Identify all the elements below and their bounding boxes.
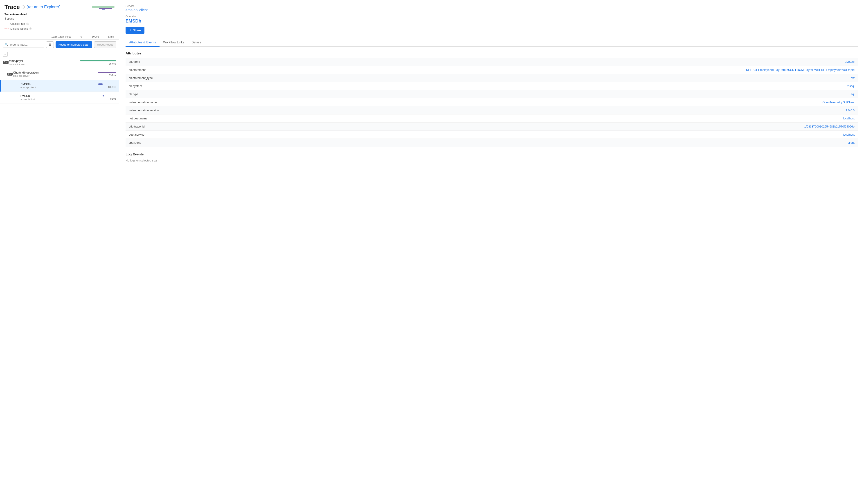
log-events-title: Log Events	[125, 152, 858, 156]
table-row: span.kind client	[125, 139, 858, 147]
span-duration-root: 757ms	[109, 62, 116, 65]
expander-badge-3[interactable]: 3 ⌄	[3, 61, 9, 64]
attr-value: OpenTelemetry.SqlClient	[345, 98, 858, 106]
attr-key: otlp.trace_id	[125, 123, 345, 131]
table-row: otlp.trace_id 1f08387000102554581b2c570f…	[125, 123, 858, 131]
attr-key: db.name	[125, 58, 345, 66]
tab-details[interactable]: Details	[188, 38, 205, 47]
missing-spans-help: ⓘ	[29, 27, 32, 31]
span-row-emsdb1[interactable]: EMSDb ems-api client 89.3ms	[0, 80, 119, 92]
table-row: db.statement SELECT EmployeeId,PayRateIn…	[125, 66, 858, 74]
missing-spans-label: Missing Spans	[10, 27, 28, 31]
attr-value: SELECT EmployeeId,PayRateInUSD FROM Payr…	[345, 66, 858, 74]
trace-meta: Trace Assembled 4 spans Critical Path ⓘ …	[4, 12, 61, 31]
span-expander-root[interactable]: 3 ⌄	[3, 61, 9, 64]
chevron-down-icon: ⌄	[6, 61, 8, 63]
trace-assembled-label: Trace Assembled	[4, 12, 61, 17]
span-duration-chatty: 637ms	[109, 74, 116, 77]
attr-value: mssql	[345, 82, 858, 90]
trace-help-icon[interactable]: ⓘ	[22, 5, 25, 9]
svg-rect-2	[102, 10, 105, 10]
span-name-root: /ems/pay/1	[9, 59, 80, 62]
timeline-start: 12:55:13am 03/19	[51, 35, 71, 38]
span-duration-emsdb1: 89.3ms	[108, 86, 116, 88]
critical-path-legend: Critical Path ⓘ	[4, 22, 61, 26]
expander-badge-2[interactable]: 2 ⌄	[7, 73, 13, 76]
spans-container: − 3 ⌄ /ems/pay/1 ems-api server 757ms	[0, 50, 119, 504]
timeline-mark-757: 757ms	[106, 35, 115, 38]
attr-value: Text	[345, 74, 858, 82]
span-info-chatty: Chatty db operation ems-api server	[13, 71, 80, 77]
attr-value: localhost	[345, 131, 858, 139]
attributes-table: db.name EMSDb db.statement SELECT Employ…	[125, 58, 858, 147]
share-icon: ⇧	[129, 28, 132, 32]
span-service-emsdb2: ems-api client	[20, 98, 80, 100]
timeline-mark-0: 0	[77, 35, 86, 38]
toolbar: 🔍 ☷ Focus on selected span Reset Focus	[0, 40, 119, 50]
span-bar-wrap-chatty	[80, 71, 116, 74]
span-bar-wrap-emsdb1	[80, 83, 116, 85]
span-timeline-emsdb2: 7.85ms	[80, 95, 116, 100]
span-timeline-root: 757ms	[80, 60, 116, 65]
svg-rect-1	[99, 8, 112, 9]
service-label: Service	[125, 4, 858, 8]
svg-rect-0	[92, 6, 115, 8]
tab-attributes-events[interactable]: Attributes & Events	[125, 38, 159, 47]
attr-value: 1f08387000102554581b2c570f64056e	[345, 123, 858, 131]
left-panel: Trace ⓘ (return to Explorer) Trace Assem…	[0, 0, 119, 504]
span-bar-wrap-root	[80, 60, 116, 62]
span-service-root: ems-api server	[9, 63, 80, 65]
timeline-header: 12:55:13am 03/19 0 300ms 757ms	[0, 34, 119, 40]
span-info-emsdb2: EMSDb ems-api client	[20, 94, 80, 100]
timeline-mark-300: 300ms	[91, 35, 100, 38]
critical-path-help: ⓘ	[26, 22, 29, 26]
table-row: db.system mssql	[125, 82, 858, 90]
table-row: db.name EMSDb	[125, 58, 858, 66]
attr-key: db.statement_type	[125, 74, 345, 82]
span-bar-emsdb2	[103, 95, 104, 97]
span-row-root[interactable]: 3 ⌄ /ems/pay/1 ems-api server 757ms	[0, 57, 119, 69]
share-button[interactable]: ⇧ Share	[125, 27, 144, 34]
attr-value: EMSDb	[345, 58, 858, 66]
table-row: peer.service localhost	[125, 131, 858, 139]
tab-workflow-links[interactable]: Workflow Links	[159, 38, 188, 47]
mini-chart-svg	[92, 4, 115, 13]
return-to-explorer-link[interactable]: (return to Explorer)	[26, 5, 61, 10]
attr-key: db.statement	[125, 66, 345, 74]
critical-path-label: Critical Path	[10, 22, 25, 26]
attr-key: span.kind	[125, 139, 345, 147]
attr-key: db.system	[125, 82, 345, 90]
trace-heading: Trace	[4, 4, 20, 11]
trace-title-row: Trace ⓘ (return to Explorer)	[4, 4, 61, 11]
spans-count: 4 spans	[4, 17, 61, 21]
span-info-root: /ems/pay/1 ems-api server	[9, 59, 80, 65]
chevron-down-icon: ⌄	[10, 73, 12, 75]
reset-focus-button[interactable]: Reset Focus	[94, 41, 116, 48]
filter-button[interactable]: ☷	[46, 41, 54, 48]
attr-value: 1.0.0.0	[345, 106, 858, 114]
span-row-emsdb2[interactable]: EMSDb ems-api client 7.85ms	[0, 92, 119, 103]
span-name-chatty: Chatty db operation	[13, 71, 80, 74]
share-label: Share	[133, 28, 141, 32]
operation-label: Operation	[125, 15, 858, 18]
span-service-emsdb1: ems-api client	[21, 86, 80, 89]
search-input[interactable]	[10, 43, 42, 46]
operation-value: EMSDb	[125, 19, 858, 24]
table-row: net.peer.name localhost	[125, 114, 858, 123]
attr-key: net.peer.name	[125, 114, 345, 123]
tabs: Attributes & Events Workflow Links Detai…	[125, 38, 858, 47]
span-expander-chatty[interactable]: 2 ⌄	[7, 73, 13, 76]
log-empty-message: No logs on selected span.	[125, 159, 858, 162]
span-timeline-chatty: 637ms	[80, 71, 116, 77]
filter-icon: ☷	[49, 43, 51, 46]
span-bar-emsdb1	[98, 84, 103, 85]
critical-path-line	[4, 24, 9, 24]
collapse-all-button[interactable]: −	[3, 52, 8, 57]
focus-selected-span-button[interactable]: Focus on selected span	[56, 41, 92, 48]
span-row-chatty[interactable]: 2 ⌄ Chatty db operation ems-api server 6…	[0, 69, 119, 80]
table-row: db.type sql	[125, 90, 858, 98]
right-panel: Service ems-api client Operation EMSDb ⇧…	[119, 0, 864, 504]
attributes-section-title: Attributes	[125, 51, 858, 55]
attr-value: localhost	[345, 114, 858, 123]
search-icon: 🔍	[5, 43, 8, 46]
